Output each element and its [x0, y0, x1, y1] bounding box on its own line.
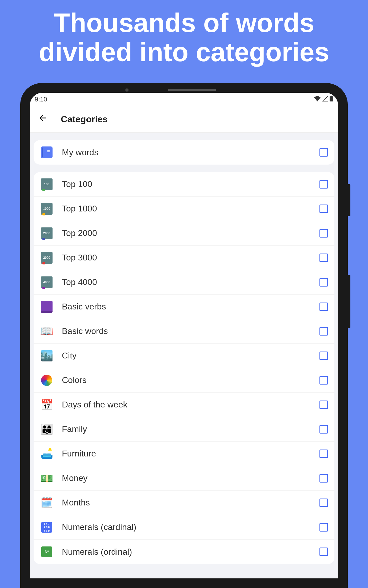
calendar-icon: 📅	[41, 399, 53, 411]
checkbox[interactable]	[319, 376, 328, 385]
categories-card: 100Top 1001000Top 10002000Top 20003000To…	[34, 172, 334, 564]
svg-rect-1	[331, 96, 332, 96]
promo-headline: Thousands of words divided into categori…	[0, 0, 368, 72]
category-icon: 1 4 72 5 83 6 9	[40, 521, 53, 534]
open-book-icon: 📖	[40, 325, 53, 337]
checkbox[interactable]	[319, 499, 328, 507]
category-label: Money	[62, 473, 319, 483]
category-label: Basic words	[62, 326, 319, 336]
money-icon: 💵	[41, 472, 53, 484]
category-row[interactable]: NºNumerals (ordinal)	[34, 540, 334, 564]
category-row[interactable]: 1 4 72 5 83 6 9Numerals (cardinal)	[34, 515, 334, 540]
book-icon	[41, 301, 53, 313]
category-icon: 📅	[40, 398, 53, 411]
category-icon: Nº	[40, 545, 53, 558]
checkbox[interactable]	[319, 548, 328, 556]
category-label: Top 100	[62, 179, 319, 189]
book-icon: 4000	[41, 276, 53, 288]
category-row[interactable]: Basic verbs	[34, 295, 334, 319]
status-time: 9:10	[35, 96, 47, 103]
category-row[interactable]: 100Top 100	[34, 172, 334, 197]
phone-side-button	[348, 184, 350, 216]
category-row[interactable]: 🗓️Months	[34, 491, 334, 515]
category-icon: 3000	[40, 251, 53, 264]
status-icons	[314, 96, 333, 103]
checkbox[interactable]	[319, 474, 328, 483]
app-bar: Categories	[30, 106, 338, 133]
category-icon: 1000	[40, 202, 53, 215]
book-icon: 2000	[41, 227, 53, 239]
category-icon: 📖	[40, 325, 53, 338]
category-icon	[40, 374, 53, 387]
category-icon: 💵	[40, 472, 53, 485]
family-icon: 👨‍👩‍👦	[41, 423, 53, 435]
category-label: My words	[62, 148, 319, 157]
category-row[interactable]: 📅Days of the week	[34, 393, 334, 417]
calendar-icon: 🗓️	[41, 497, 53, 509]
phone-frame: 9:10 Categories	[20, 83, 348, 588]
category-icon: 2000	[40, 227, 53, 240]
category-label: Family	[62, 424, 319, 434]
category-row[interactable]: 💵Money	[34, 466, 334, 491]
book-icon: 3000	[41, 252, 53, 264]
category-label: Top 3000	[62, 253, 319, 263]
category-label: Basic verbs	[62, 302, 319, 312]
status-bar: 9:10	[30, 93, 338, 106]
wifi-icon	[314, 96, 321, 103]
category-row[interactable]: 4000Top 4000	[34, 270, 334, 295]
category-label: Top 4000	[62, 277, 319, 287]
checkbox[interactable]	[319, 523, 328, 532]
checkbox[interactable]	[319, 148, 328, 157]
checkbox[interactable]	[319, 278, 328, 287]
checkbox[interactable]	[319, 425, 328, 434]
page-title: Categories	[61, 114, 108, 124]
back-button[interactable]	[38, 113, 47, 125]
category-row[interactable]: Colors	[34, 368, 334, 393]
category-row[interactable]: 👨‍👩‍👦Family	[34, 417, 334, 442]
cellular-icon	[322, 96, 328, 103]
checkbox[interactable]	[319, 229, 328, 238]
battery-icon	[330, 96, 333, 103]
category-icon	[40, 300, 53, 313]
category-label: Numerals (cardinal)	[62, 522, 319, 532]
checkbox[interactable]	[319, 401, 328, 409]
category-label: Top 2000	[62, 228, 319, 238]
book-icon: 1000	[41, 203, 53, 215]
furniture-icon: 🛋️	[41, 448, 53, 460]
numerals-icon: Nº	[41, 546, 52, 557]
checkbox[interactable]	[319, 180, 328, 189]
checkbox[interactable]	[319, 303, 328, 311]
color-wheel-icon	[41, 375, 52, 386]
checkbox[interactable]	[319, 254, 328, 262]
category-row[interactable]: 📖Basic words	[34, 319, 334, 344]
phone-camera	[125, 88, 129, 92]
category-row[interactable]: 3000Top 3000	[34, 246, 334, 270]
category-label: Months	[62, 498, 319, 508]
category-row[interactable]: 🛋️Furniture	[34, 442, 334, 466]
category-icon: 🛋️	[40, 447, 53, 460]
numerals-icon: 1 4 72 5 83 6 9	[41, 522, 52, 533]
category-label: Days of the week	[62, 400, 319, 410]
checkbox[interactable]	[319, 327, 328, 336]
screen: 9:10 Categories	[30, 93, 338, 578]
category-icon: 🗓️	[40, 496, 53, 509]
book-icon: 100	[41, 178, 53, 190]
my-words-icon	[40, 146, 53, 159]
content: My words 100Top 1001000Top 10002000Top 2…	[30, 133, 338, 578]
category-row[interactable]: 🏙️City	[34, 344, 334, 368]
category-label: City	[62, 351, 319, 361]
category-label: Numerals (ordinal)	[62, 547, 319, 557]
category-row-my-words[interactable]: My words	[34, 140, 334, 165]
category-row[interactable]: 2000Top 2000	[34, 221, 334, 246]
category-icon: 👨‍👩‍👦	[40, 423, 53, 436]
category-row[interactable]: 1000Top 1000	[34, 197, 334, 221]
checkbox[interactable]	[319, 450, 328, 458]
category-icon: 🏙️	[40, 349, 53, 362]
category-label: Colors	[62, 375, 319, 385]
phone-side-button	[348, 275, 350, 328]
checkbox[interactable]	[319, 205, 328, 213]
my-words-card: My words	[34, 140, 334, 165]
promo-line-2: divided into categories	[0, 37, 368, 67]
category-icon: 100	[40, 178, 53, 191]
checkbox[interactable]	[319, 352, 328, 360]
